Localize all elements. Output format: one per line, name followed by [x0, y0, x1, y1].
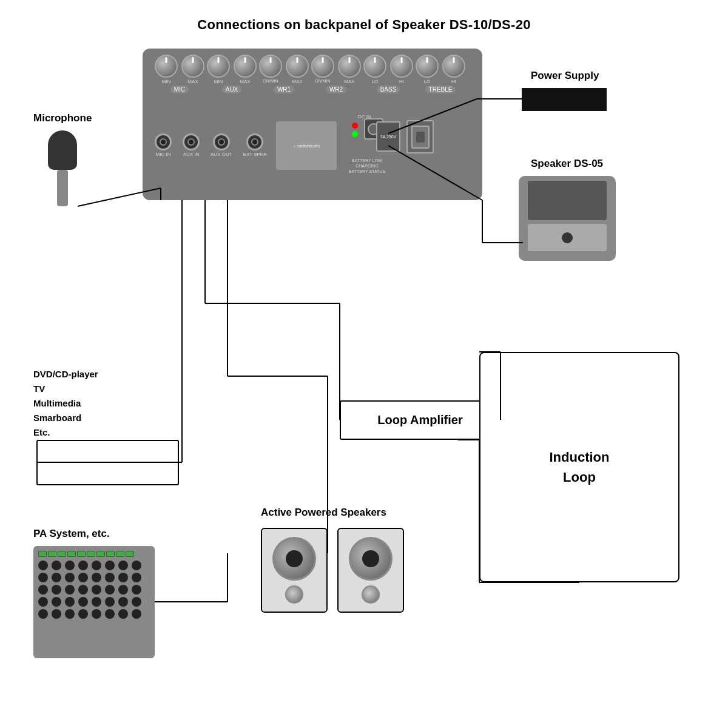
pa-dot-30	[105, 597, 115, 607]
brand-text: ⬦ confortaudio	[293, 144, 320, 148]
knob-treble-hi	[442, 55, 465, 78]
pa-dot-27	[65, 597, 75, 607]
speaker-left	[261, 528, 328, 613]
pa-dot-2	[52, 561, 61, 570]
knob-wr1-onmin-label: ON/MIN	[259, 79, 282, 84]
pa-dot-1	[38, 561, 48, 570]
pa-dot-23	[118, 585, 128, 595]
multimedia-box	[36, 440, 179, 485]
knob-wr1-name: WR1	[274, 86, 294, 93]
pa-led-8	[106, 551, 115, 557]
jack-mic-in: MIC IN	[155, 133, 172, 157]
pa-dot-3	[65, 561, 75, 570]
pa-dot-31	[118, 597, 128, 607]
mic-handle	[57, 170, 68, 206]
speaker-left-woofer	[272, 537, 316, 581]
jack-mic-in-socket	[155, 133, 172, 150]
led-red	[352, 123, 358, 129]
led-green	[352, 131, 358, 137]
pa-dot-36	[78, 609, 88, 619]
pa-dot-19	[65, 585, 75, 595]
jack-ext-spkr-socket	[246, 133, 263, 150]
pa-dot-28	[78, 597, 88, 607]
knob-bass-hi-label: HI	[390, 79, 413, 84]
knob-group-bass: LO HI BASS	[363, 55, 413, 93]
knob-mic-name: MIC	[170, 86, 189, 93]
battery-status-label: BATTERY STATUS	[349, 169, 385, 174]
jack-ext-spkr: EXT SPKR	[243, 133, 267, 157]
pa-led-5	[77, 551, 86, 557]
pa-dot-40	[132, 609, 141, 619]
pa-dot-35	[65, 609, 75, 619]
microphone-body	[46, 130, 79, 209]
power-supply-box	[522, 88, 607, 111]
pa-led-10	[126, 551, 134, 557]
pa-dot-16	[132, 573, 141, 582]
pa-system-box	[33, 546, 155, 658]
pa-led-3	[58, 551, 66, 557]
pa-dot-37	[92, 609, 101, 619]
pa-dot-39	[118, 609, 128, 619]
speaker-right-woofer-center	[362, 550, 379, 567]
jack-aux-in-socket	[183, 133, 200, 150]
speakers-row	[261, 528, 404, 613]
speaker-left-tweeter	[285, 585, 303, 604]
knob-mic-max	[181, 55, 204, 78]
knob-group-wr1: ON/MIN MAX WR1	[259, 55, 309, 93]
pa-led-1	[38, 551, 47, 557]
pa-dot-34	[52, 609, 61, 619]
active-speakers-label: Active Powered Speakers	[261, 507, 386, 519]
jack-aux-out: AUX OUT	[211, 133, 232, 157]
knob-aux-min-label: MIN	[207, 79, 230, 84]
center-panel: ⬦ confortaudio	[276, 121, 337, 170]
pa-dot-18	[52, 585, 61, 595]
knob-group-aux: MIN MAX AUX	[207, 55, 257, 93]
fuse-label: 3A 250V	[380, 135, 396, 139]
pa-led-4	[67, 551, 76, 557]
jack-aux-out-label: AUX OUT	[211, 152, 232, 157]
knob-bass-name: BASS	[377, 86, 400, 93]
loop-amplifier-box: Loop Amplifier	[340, 400, 500, 440]
knob-wr2-onmin-label: ON/MIN	[311, 79, 334, 84]
pa-dot-13	[92, 573, 101, 582]
microphone-label: Microphone	[33, 112, 92, 124]
pa-dot-32	[132, 597, 141, 607]
pa-dot-4	[78, 561, 88, 570]
switch-lever	[416, 132, 425, 143]
pa-dot-8	[132, 561, 141, 570]
pa-system-label: PA System, etc.	[33, 528, 110, 540]
knob-wr2-max-label: MAX	[338, 79, 361, 84]
pa-dot-21	[92, 585, 101, 595]
pa-dot-25	[38, 597, 48, 607]
loop-amplifier-text: Loop Amplifier	[377, 413, 462, 427]
speaker-right-woofer	[349, 537, 393, 581]
jack-mic-in-label: MIC IN	[156, 152, 171, 157]
pa-dot-11	[65, 573, 75, 582]
pa-led-6	[87, 551, 95, 557]
knob-wr1-max-label: MAX	[286, 79, 309, 84]
knob-wr2-min	[311, 55, 334, 78]
pa-dot-26	[52, 597, 61, 607]
induction-loop-text: InductionLoop	[550, 447, 610, 487]
battery-low-label: BATTERY LOW	[349, 158, 385, 163]
speaker-bottom	[528, 224, 607, 251]
power-switch	[406, 120, 434, 153]
pa-dot-15	[118, 573, 128, 582]
knob-mic-min	[155, 55, 178, 78]
pa-dot-6	[105, 561, 115, 570]
pa-dot-22	[105, 585, 115, 595]
knob-treble-name: TREBLE	[425, 86, 456, 93]
jack-aux-in: AUX IN	[183, 133, 200, 157]
pa-led-9	[116, 551, 124, 557]
knob-treble-lo	[416, 55, 439, 78]
fuse-block: 3A 250V	[376, 121, 400, 152]
jack-ext-spkr-label: EXT SPKR	[243, 152, 267, 157]
jack-row: MIC IN AUX IN AUX OUT EXT SPKR	[155, 133, 267, 157]
pa-dot-33	[38, 609, 48, 619]
pa-dot-5	[92, 561, 101, 570]
power-supply-label: Power Supply	[531, 70, 599, 82]
knob-group-wr2: ON/MIN MAX WR2	[311, 55, 361, 93]
induction-loop-box: InductionLoop	[479, 352, 679, 582]
speaker-ds05	[519, 176, 616, 261]
pa-led-2	[48, 551, 56, 557]
